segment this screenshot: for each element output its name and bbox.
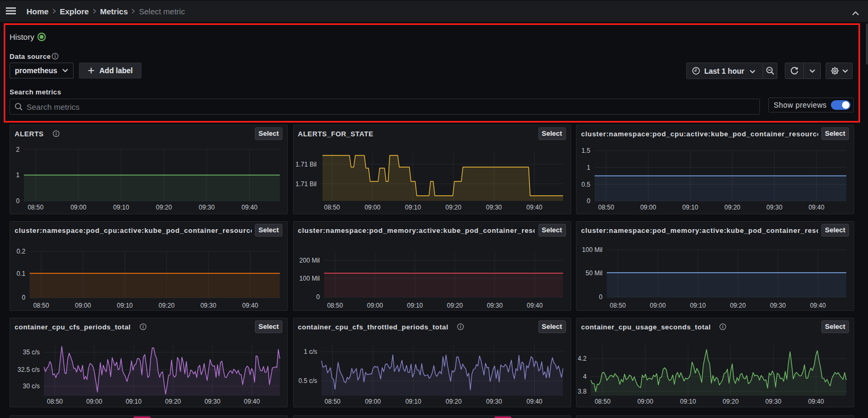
svg-text:0.1: 0.1 xyxy=(16,270,25,277)
svg-text:09:20: 09:20 xyxy=(730,302,746,309)
svg-text:09:20: 09:20 xyxy=(447,302,463,309)
svg-text:09:20: 09:20 xyxy=(723,398,739,405)
svg-text:09:10: 09:10 xyxy=(405,204,421,211)
svg-text:09:20: 09:20 xyxy=(156,204,172,211)
svg-text:09:30: 09:30 xyxy=(199,204,215,211)
svg-text:1: 1 xyxy=(587,164,590,171)
svg-text:50 Mil: 50 Mil xyxy=(586,269,603,277)
svg-text:09:20: 09:20 xyxy=(446,398,462,405)
svg-text:08:50: 08:50 xyxy=(28,204,43,211)
svg-text:1.71 Bil: 1.71 Bil xyxy=(295,161,316,168)
svg-text:08:50: 08:50 xyxy=(610,302,626,309)
svg-text:2: 2 xyxy=(16,146,20,153)
svg-text:09:00: 09:00 xyxy=(364,204,380,211)
svg-text:09:10: 09:10 xyxy=(405,398,421,405)
svg-text:09:30: 09:30 xyxy=(485,204,501,211)
svg-text:09:20: 09:20 xyxy=(445,204,461,211)
svg-text:09:00: 09:00 xyxy=(70,204,86,211)
svg-text:09:40: 09:40 xyxy=(242,302,258,309)
svg-text:09:40: 09:40 xyxy=(244,398,260,405)
svg-text:0.5: 0.5 xyxy=(581,181,590,188)
svg-text:0.2: 0.2 xyxy=(16,248,25,255)
svg-text:0: 0 xyxy=(22,294,25,301)
svg-text:4: 4 xyxy=(583,373,587,380)
svg-text:08:50: 08:50 xyxy=(598,204,614,211)
svg-text:3.8: 3.8 xyxy=(578,388,587,395)
svg-text:08:50: 08:50 xyxy=(327,302,343,309)
svg-text:09:40: 09:40 xyxy=(808,398,824,405)
svg-text:09:10: 09:10 xyxy=(113,204,129,211)
svg-text:09:00: 09:00 xyxy=(365,398,380,405)
svg-text:08:50: 08:50 xyxy=(47,398,63,405)
svg-text:0: 0 xyxy=(16,197,20,205)
svg-text:35 c/s: 35 c/s xyxy=(23,349,40,356)
svg-text:09:00: 09:00 xyxy=(640,204,656,211)
svg-text:09:40: 09:40 xyxy=(527,302,543,309)
svg-text:09:00: 09:00 xyxy=(86,398,102,405)
svg-text:09:40: 09:40 xyxy=(242,204,258,211)
svg-text:08:50: 08:50 xyxy=(324,204,340,211)
svg-text:09:20: 09:20 xyxy=(165,398,181,405)
svg-text:09:10: 09:10 xyxy=(126,398,141,405)
svg-text:0.5 c/s: 0.5 c/s xyxy=(298,377,317,385)
svg-text:200 Mil: 200 Mil xyxy=(299,257,320,264)
svg-text:32.5 c/s: 32.5 c/s xyxy=(17,366,40,373)
svg-text:09:20: 09:20 xyxy=(724,204,740,211)
svg-text:09:00: 09:00 xyxy=(650,302,666,309)
svg-text:09:10: 09:10 xyxy=(117,302,132,309)
svg-text:09:00: 09:00 xyxy=(637,398,653,405)
svg-text:09:30: 09:30 xyxy=(205,398,220,405)
svg-text:09:10: 09:10 xyxy=(683,204,698,211)
svg-text:09:10: 09:10 xyxy=(680,398,696,405)
svg-text:09:40: 09:40 xyxy=(526,398,542,405)
svg-text:08:50: 08:50 xyxy=(324,398,340,405)
svg-text:08:50: 08:50 xyxy=(595,398,610,405)
svg-text:09:30: 09:30 xyxy=(765,398,781,405)
svg-text:09:40: 09:40 xyxy=(810,302,826,309)
svg-text:4.2: 4.2 xyxy=(578,355,587,362)
svg-text:09:40: 09:40 xyxy=(526,204,542,211)
svg-text:09:10: 09:10 xyxy=(406,302,422,309)
svg-text:09:30: 09:30 xyxy=(486,398,502,405)
svg-text:1: 1 xyxy=(16,171,20,179)
svg-text:09:00: 09:00 xyxy=(367,302,383,309)
svg-text:1.71 Bil: 1.71 Bil xyxy=(295,180,316,188)
svg-text:09:10: 09:10 xyxy=(690,302,706,309)
svg-text:0: 0 xyxy=(587,197,590,205)
svg-text:100 Mil: 100 Mil xyxy=(299,275,320,282)
svg-text:0: 0 xyxy=(599,293,603,301)
svg-text:09:30: 09:30 xyxy=(766,204,782,211)
svg-text:100 Mil: 100 Mil xyxy=(582,246,603,254)
svg-text:1 c/s: 1 c/s xyxy=(304,348,317,355)
svg-text:30 c/s: 30 c/s xyxy=(23,382,40,390)
svg-text:09:30: 09:30 xyxy=(200,302,216,309)
svg-text:09:40: 09:40 xyxy=(809,204,825,211)
svg-text:0: 0 xyxy=(316,293,320,301)
svg-text:09:30: 09:30 xyxy=(486,302,502,309)
svg-text:09:20: 09:20 xyxy=(158,302,174,309)
svg-text:08:50: 08:50 xyxy=(33,302,49,309)
svg-text:09:30: 09:30 xyxy=(770,302,786,309)
svg-text:1.5: 1.5 xyxy=(581,147,590,154)
svg-text:09:00: 09:00 xyxy=(75,302,91,309)
